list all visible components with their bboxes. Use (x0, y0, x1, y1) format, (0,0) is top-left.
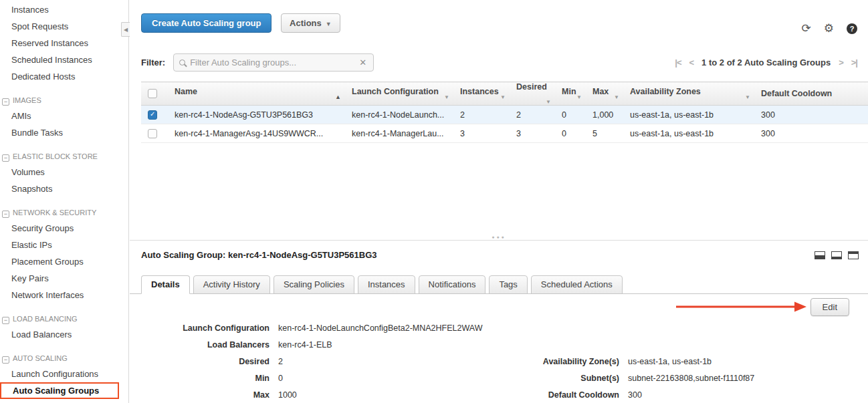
row-checkbox[interactable] (148, 129, 157, 138)
tab-notifications[interactable]: Notifications (419, 275, 486, 294)
bottom-pane-icon[interactable] (831, 251, 842, 259)
sidebar-section-elastic-block-store[interactable]: −ELASTIC BLOCK STORE (0, 149, 128, 164)
cell-availability-zones[interactable]: us-east-1a, us-east-1b (623, 106, 754, 124)
filter-search-box[interactable]: ✕ (173, 53, 374, 72)
table-row[interactable]: ken-rc4-1-ManagerAsg-14US9WWCR... ken-rc… (141, 124, 868, 143)
sidebar-item-launch-configurations[interactable]: Launch Configurations (0, 366, 128, 382)
cell-instances[interactable]: 2 (453, 106, 510, 124)
table-header-row: Name▲ Launch Configuration▼ Instances▼ D… (141, 82, 868, 106)
column-filter-icon[interactable]: ▼ (444, 94, 449, 100)
cell-max[interactable]: 5 (586, 124, 623, 143)
cell-availability-zones[interactable]: us-east-1a, us-east-1b (623, 124, 754, 143)
column-filter-icon[interactable]: ▼ (500, 94, 506, 100)
field-label-desired: Desired (141, 357, 269, 366)
filter-bar: Filter: ✕ |< < 1 to 2 of 2 Auto Scaling … (141, 52, 868, 72)
tab-scaling-policies[interactable]: Scaling Policies (274, 275, 354, 294)
sidebar-section-network-security[interactable]: −NETWORK & SECURITY (0, 205, 128, 220)
pagination-next-icon[interactable]: > (839, 57, 843, 68)
collapse-minus-icon: − (2, 154, 9, 162)
sidebar-item-key-pairs[interactable]: Key Pairs (0, 270, 128, 287)
column-header-instances[interactable]: Instances▼ (453, 82, 510, 106)
column-filter-icon[interactable]: ▼ (546, 99, 551, 105)
column-header-desired[interactable]: Desired▼ (510, 82, 555, 106)
column-header-launch-configuration[interactable]: Launch Configuration▼ (345, 82, 453, 106)
sidebar-item-instances[interactable]: Instances (0, 1, 128, 18)
help-icon[interactable]: ? (847, 23, 857, 34)
sidebar-item-auto-scaling-groups[interactable]: Auto Scaling Groups (0, 382, 119, 399)
sidebar-item-scheduled-instances[interactable]: Scheduled Instances (0, 51, 128, 68)
sidebar-item-dedicated-hosts[interactable]: Dedicated Hosts (0, 68, 128, 85)
sidebar-section-images[interactable]: −IMAGES (0, 93, 128, 108)
column-header-default-cooldown[interactable]: Default Cooldown (754, 82, 868, 106)
column-filter-icon[interactable]: ▼ (576, 94, 582, 100)
select-all-header[interactable] (141, 82, 168, 106)
row-select-cell[interactable] (141, 106, 168, 124)
column-filter-icon[interactable]: ▼ (614, 94, 619, 100)
panel-splitter[interactable]: ●●● (130, 240, 868, 241)
sidebar-section-auto-scaling[interactable]: −AUTO SCALING (0, 351, 128, 366)
field-value-desired: 2 (278, 357, 283, 366)
pagination-last-icon[interactable]: >| (851, 57, 857, 68)
row-checkbox-checked[interactable] (148, 110, 157, 120)
splitter-grip-icon[interactable]: ●●● (486, 235, 512, 239)
column-label: Min (562, 87, 576, 96)
sidebar-item-reserved-instances[interactable]: Reserved Instances (0, 35, 128, 51)
sidebar-item-snapshots[interactable]: Snapshots (0, 180, 128, 197)
tab-details[interactable]: Details (141, 275, 190, 294)
column-header-max[interactable]: Max▼ (586, 82, 623, 106)
cell-launch-configuration[interactable]: ken-rc4-1-ManagerLau... (345, 124, 453, 143)
sidebar-item-bundle-tasks[interactable]: Bundle Tasks (0, 124, 128, 141)
sidebar-item-load-balancers[interactable]: Load Balancers (0, 326, 128, 343)
cell-default-cooldown[interactable]: 300 (754, 106, 868, 124)
cell-min[interactable]: 0 (555, 106, 586, 124)
field-value-subnets: subnet-22163808,subnet-f1110f87 (628, 374, 754, 383)
cell-name[interactable]: ken-rc4-1-NodeAsg-G5TU3P561BG3 (168, 106, 345, 124)
column-header-availability-zones[interactable]: Availability Zones▼ (623, 82, 754, 106)
pagination-prev-icon[interactable]: < (689, 57, 693, 68)
search-icon (179, 59, 185, 65)
pagination-first-icon[interactable]: |< (675, 57, 681, 68)
gear-icon[interactable]: ⚙ (824, 21, 834, 35)
column-filter-icon[interactable]: ▼ (745, 94, 750, 100)
tab-activity-history[interactable]: Activity History (193, 275, 270, 294)
split-pane-icon[interactable] (815, 251, 825, 259)
filter-input[interactable] (190, 57, 358, 68)
select-all-checkbox[interactable] (148, 89, 157, 98)
field-value-default-cooldown: 300 (628, 390, 642, 400)
cell-max[interactable]: 1,000 (586, 106, 623, 124)
sidebar-item-volumes[interactable]: Volumes (0, 164, 128, 180)
table-row[interactable]: ken-rc4-1-NodeAsg-G5TU3P561BG3 ken-rc4-1… (141, 106, 868, 124)
cell-launch-configuration[interactable]: ken-rc4-1-NodeLaunch... (345, 106, 453, 124)
cell-name[interactable]: ken-rc4-1-ManagerAsg-14US9WWCR... (168, 124, 345, 143)
cell-instances[interactable]: 3 (453, 124, 510, 143)
cell-desired[interactable]: 3 (510, 124, 555, 143)
refresh-icon[interactable]: ⟳ (802, 21, 811, 35)
column-header-name[interactable]: Name▲ (168, 82, 345, 106)
edit-button[interactable]: Edit (810, 298, 849, 316)
sort-ascending-icon: ▲ (335, 94, 341, 100)
section-label: IMAGES (13, 96, 41, 104)
row-select-cell[interactable] (141, 124, 168, 143)
full-pane-icon[interactable] (848, 251, 859, 259)
sidebar-item-spot-requests[interactable]: Spot Requests (0, 18, 128, 35)
create-auto-scaling-group-button[interactable]: Create Auto Scaling group (141, 13, 272, 33)
sidebar-item-security-groups[interactable]: Security Groups (0, 220, 128, 237)
details-fields-left: Launch Configurationken-rc4-1-NodeLaunch… (141, 319, 868, 403)
section-label: LOAD BALANCING (13, 315, 78, 323)
cell-min[interactable]: 0 (555, 124, 586, 143)
cell-default-cooldown[interactable]: 300 (754, 124, 868, 143)
pagination-range-text: 1 to 2 of 2 Auto Scaling Groups (701, 57, 831, 68)
column-header-min[interactable]: Min▼ (555, 82, 586, 106)
sidebar-item-network-interfaces[interactable]: Network Interfaces (0, 287, 128, 303)
clear-filter-icon[interactable]: ✕ (358, 57, 368, 68)
sidebar-collapse-arrow-icon[interactable]: ◀ (121, 22, 130, 37)
tab-scheduled-actions[interactable]: Scheduled Actions (531, 275, 623, 294)
tab-tags[interactable]: Tags (489, 275, 527, 294)
actions-button[interactable]: Actions▼ (281, 13, 340, 33)
cell-desired[interactable]: 2 (510, 106, 555, 124)
sidebar-item-elastic-ips[interactable]: Elastic IPs (0, 237, 128, 253)
sidebar-item-amis[interactable]: AMIs (0, 108, 128, 124)
sidebar-item-placement-groups[interactable]: Placement Groups (0, 253, 128, 270)
sidebar-section-load-balancing[interactable]: −LOAD BALANCING (0, 311, 128, 326)
tab-instances[interactable]: Instances (358, 275, 415, 294)
